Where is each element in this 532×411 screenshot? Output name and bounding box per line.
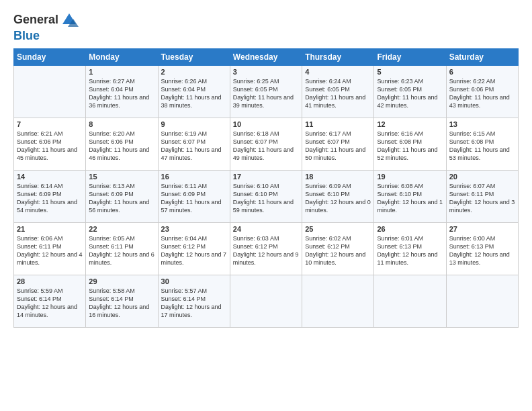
sunset-label: Sunset: 6:09 PM — [161, 191, 206, 197]
day-number: 6 — [449, 68, 515, 76]
daylight-label: Daylight: 11 hours and 49 minutes. — [233, 146, 294, 161]
sunset-label: Sunset: 6:07 PM — [233, 138, 278, 145]
daylight-label: Daylight: 12 hours and 3 minutes. — [449, 199, 515, 214]
day-cell: 6 Sunrise: 6:22 AM Sunset: 6:06 PM Dayli… — [446, 65, 518, 118]
sunset-label: Sunset: 6:06 PM — [89, 138, 134, 145]
day-info: Sunrise: 6:21 AM Sunset: 6:06 PM Dayligh… — [17, 130, 83, 163]
weekday-header-monday: Monday — [86, 48, 158, 65]
day-info: Sunrise: 6:15 AM Sunset: 6:08 PM Dayligh… — [449, 130, 515, 163]
daylight-label: Daylight: 12 hours and 0 minutes. — [305, 199, 371, 214]
day-number: 24 — [233, 225, 299, 233]
weekday-header-saturday: Saturday — [446, 48, 518, 65]
logo-blue-text: Blue — [13, 30, 79, 43]
day-info: Sunrise: 6:07 AM Sunset: 6:11 PM Dayligh… — [449, 182, 515, 215]
day-number: 23 — [161, 225, 227, 233]
sunrise-label: Sunrise: 6:23 AM — [377, 78, 423, 85]
daylight-label: Daylight: 11 hours and 38 minutes. — [161, 94, 222, 109]
day-cell: 17 Sunrise: 6:10 AM Sunset: 6:10 PM Dayl… — [230, 170, 302, 222]
sunset-label: Sunset: 6:06 PM — [449, 86, 494, 93]
day-cell: 11 Sunrise: 6:17 AM Sunset: 6:07 PM Dayl… — [302, 118, 374, 170]
day-info: Sunrise: 6:09 AM Sunset: 6:10 PM Dayligh… — [305, 182, 371, 215]
weekday-header-sunday: Sunday — [14, 48, 86, 65]
sunrise-label: Sunrise: 5:58 AM — [89, 287, 135, 294]
sunset-label: Sunset: 6:05 PM — [305, 86, 350, 93]
day-number: 15 — [89, 173, 154, 181]
day-cell: 2 Sunrise: 6:26 AM Sunset: 6:04 PM Dayli… — [158, 65, 230, 118]
weekday-header-thursday: Thursday — [302, 48, 374, 65]
sunset-label: Sunset: 6:09 PM — [17, 191, 62, 197]
sunset-label: Sunset: 6:10 PM — [377, 191, 422, 197]
daylight-label: Daylight: 11 hours and 43 minutes. — [449, 94, 510, 109]
day-number: 16 — [161, 173, 227, 181]
weekday-header-tuesday: Tuesday — [158, 48, 230, 65]
day-number: 8 — [89, 120, 154, 128]
day-info: Sunrise: 6:24 AM Sunset: 6:05 PM Dayligh… — [305, 77, 371, 110]
day-cell — [14, 65, 86, 118]
day-number: 11 — [305, 120, 371, 128]
day-info: Sunrise: 6:01 AM Sunset: 6:13 PM Dayligh… — [377, 234, 443, 267]
day-cell: 22 Sunrise: 6:05 AM Sunset: 6:11 PM Dayl… — [86, 222, 158, 275]
sunrise-label: Sunrise: 6:19 AM — [161, 130, 208, 137]
day-info: Sunrise: 6:10 AM Sunset: 6:10 PM Dayligh… — [233, 182, 299, 215]
daylight-label: Daylight: 11 hours and 52 minutes. — [377, 146, 437, 161]
day-number: 12 — [377, 120, 443, 128]
day-cell: 1 Sunrise: 6:27 AM Sunset: 6:04 PM Dayli… — [86, 65, 158, 118]
sunrise-label: Sunrise: 6:02 AM — [305, 235, 351, 242]
day-info: Sunrise: 6:14 AM Sunset: 6:09 PM Dayligh… — [17, 182, 83, 215]
day-info: Sunrise: 6:11 AM Sunset: 6:09 PM Dayligh… — [161, 182, 227, 215]
day-number: 21 — [17, 225, 83, 233]
day-cell: 14 Sunrise: 6:14 AM Sunset: 6:09 PM Dayl… — [14, 170, 86, 222]
day-number: 19 — [377, 173, 443, 181]
day-number: 26 — [377, 225, 443, 233]
daylight-label: Daylight: 12 hours and 9 minutes. — [233, 251, 299, 266]
day-cell: 9 Sunrise: 6:19 AM Sunset: 6:07 PM Dayli… — [158, 118, 230, 170]
sunset-label: Sunset: 6:04 PM — [89, 86, 134, 93]
sunset-label: Sunset: 6:13 PM — [377, 243, 422, 250]
sunrise-label: Sunrise: 6:22 AM — [449, 78, 496, 85]
day-cell: 27 Sunrise: 6:00 AM Sunset: 6:13 PM Dayl… — [446, 222, 518, 275]
sunset-label: Sunset: 6:11 PM — [89, 243, 134, 250]
day-info: Sunrise: 6:17 AM Sunset: 6:07 PM Dayligh… — [305, 130, 371, 163]
day-cell: 15 Sunrise: 6:13 AM Sunset: 6:09 PM Dayl… — [86, 170, 158, 222]
sunrise-label: Sunrise: 6:00 AM — [449, 235, 496, 242]
daylight-label: Daylight: 11 hours and 50 minutes. — [305, 146, 365, 161]
daylight-label: Daylight: 12 hours and 11 minutes. — [377, 251, 437, 266]
day-info: Sunrise: 5:57 AM Sunset: 6:14 PM Dayligh… — [161, 287, 227, 320]
day-info: Sunrise: 6:26 AM Sunset: 6:04 PM Dayligh… — [161, 77, 227, 110]
day-info: Sunrise: 6:22 AM Sunset: 6:06 PM Dayligh… — [449, 77, 515, 110]
sunrise-label: Sunrise: 6:10 AM — [233, 183, 279, 189]
day-cell: 21 Sunrise: 6:06 AM Sunset: 6:11 PM Dayl… — [14, 222, 86, 275]
week-row-1: 7 Sunrise: 6:21 AM Sunset: 6:06 PM Dayli… — [14, 118, 519, 170]
day-number: 30 — [161, 277, 227, 285]
day-info: Sunrise: 6:27 AM Sunset: 6:04 PM Dayligh… — [89, 77, 154, 110]
day-info: Sunrise: 5:58 AM Sunset: 6:14 PM Dayligh… — [89, 287, 154, 320]
day-info: Sunrise: 6:03 AM Sunset: 6:12 PM Dayligh… — [233, 234, 299, 267]
sunset-label: Sunset: 6:14 PM — [89, 295, 134, 302]
weekday-header-row: SundayMondayTuesdayWednesdayThursdayFrid… — [14, 48, 519, 65]
day-cell: 5 Sunrise: 6:23 AM Sunset: 6:05 PM Dayli… — [374, 65, 446, 118]
page: General Blue SundayMondayTuesdayWednesda… — [0, 0, 532, 334]
sunset-label: Sunset: 6:12 PM — [305, 243, 350, 250]
day-number: 10 — [233, 120, 299, 128]
sunset-label: Sunset: 6:11 PM — [449, 191, 494, 197]
day-cell: 25 Sunrise: 6:02 AM Sunset: 6:12 PM Dayl… — [302, 222, 374, 275]
day-number: 17 — [233, 173, 299, 181]
sunset-label: Sunset: 6:11 PM — [17, 243, 62, 250]
daylight-label: Daylight: 12 hours and 14 minutes. — [17, 304, 77, 318]
sunset-label: Sunset: 6:12 PM — [161, 243, 206, 250]
day-info: Sunrise: 6:02 AM Sunset: 6:12 PM Dayligh… — [305, 234, 371, 267]
sunset-label: Sunset: 6:05 PM — [377, 86, 422, 93]
daylight-label: Daylight: 11 hours and 36 minutes. — [89, 94, 149, 109]
day-cell: 12 Sunrise: 6:16 AM Sunset: 6:08 PM Dayl… — [374, 118, 446, 170]
day-cell: 30 Sunrise: 5:57 AM Sunset: 6:14 PM Dayl… — [158, 275, 230, 327]
sunrise-label: Sunrise: 6:26 AM — [161, 78, 208, 85]
daylight-label: Daylight: 11 hours and 57 minutes. — [161, 199, 222, 214]
sunset-label: Sunset: 6:12 PM — [233, 243, 278, 250]
day-cell: 24 Sunrise: 6:03 AM Sunset: 6:12 PM Dayl… — [230, 222, 302, 275]
daylight-label: Daylight: 12 hours and 7 minutes. — [161, 251, 227, 266]
sunrise-label: Sunrise: 6:24 AM — [305, 78, 351, 85]
day-number: 29 — [89, 277, 154, 285]
day-cell — [230, 275, 302, 327]
sunrise-label: Sunrise: 6:15 AM — [449, 130, 496, 137]
sunrise-label: Sunrise: 6:17 AM — [305, 130, 351, 137]
